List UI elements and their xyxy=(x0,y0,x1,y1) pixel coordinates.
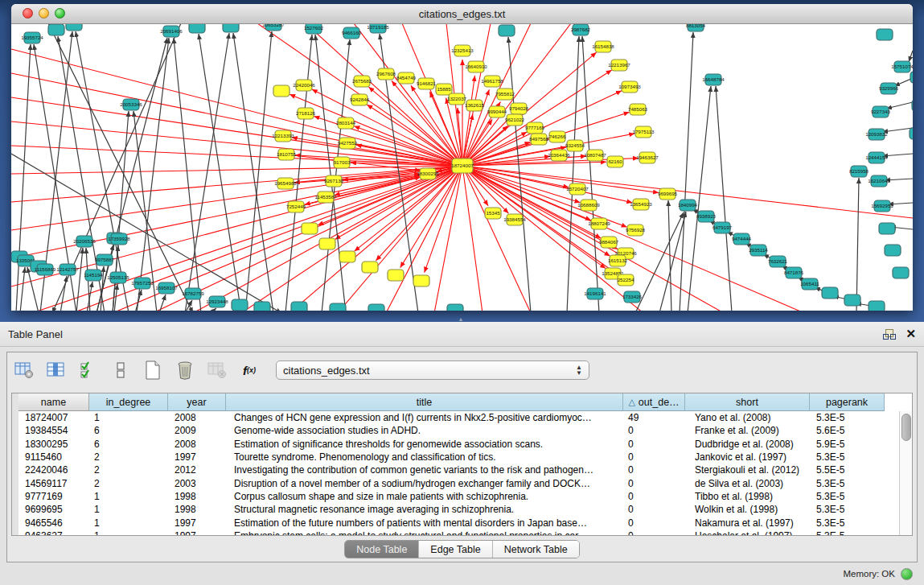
graph-node-label: 7252449 xyxy=(286,204,306,209)
table-row[interactable]: 1830029562008Estimation of significance … xyxy=(18,438,912,451)
table-panel-titlebar: Table Panel ✕ xyxy=(0,322,924,347)
new-table-icon[interactable] xyxy=(142,360,163,381)
graph-node-label: 1615132 xyxy=(608,257,628,263)
window-titlebar[interactable]: citations_edges.txt xyxy=(11,4,913,24)
close-button[interactable] xyxy=(23,8,33,19)
table-row[interactable]: 946554611997Estimation of the future num… xyxy=(18,516,912,529)
select-columns-icon[interactable] xyxy=(78,360,99,381)
graph-node[interactable] xyxy=(330,303,346,311)
graph-node[interactable] xyxy=(844,295,860,306)
graph-node-label: 8497568 xyxy=(529,136,549,142)
graph-node-label: 9267130 xyxy=(324,178,344,183)
graph-node[interactable] xyxy=(893,267,909,278)
graph-node[interactable] xyxy=(885,245,901,256)
tab-node-table[interactable]: Node Table xyxy=(345,541,419,558)
function-builder-icon[interactable]: f(x) xyxy=(239,360,260,381)
graph-node-label: 1145194 xyxy=(84,272,103,278)
graph-node-label: 10807487 xyxy=(584,152,606,158)
graph-node[interactable] xyxy=(362,262,378,273)
table-row[interactable]: 911546021997Tourette syndrome. Phenomeno… xyxy=(18,451,912,463)
graph-node-label: 14961758 xyxy=(481,78,503,84)
tab-network-table[interactable]: Network Table xyxy=(493,541,579,558)
graph-node-label: 20691406 xyxy=(160,28,183,34)
zoom-button[interactable] xyxy=(55,8,65,19)
graph-node[interactable] xyxy=(48,24,64,35)
table-row[interactable]: 1456911722003Disruption of a novel membe… xyxy=(18,476,912,489)
column-header-pagerank[interactable]: pagerank xyxy=(810,393,885,411)
sort-ascending-icon: △ xyxy=(628,397,634,407)
delete-table-icon[interactable] xyxy=(175,360,195,381)
vertical-scrollbar[interactable] xyxy=(899,411,912,535)
graph-node[interactable] xyxy=(291,302,307,311)
table-row[interactable]: 1938455462009Genome-wide association stu… xyxy=(18,424,912,437)
column-header-title[interactable]: title xyxy=(226,393,623,411)
graph-node[interactable] xyxy=(223,24,239,32)
graph-node[interactable] xyxy=(912,100,913,111)
cell-in_degree: 2 xyxy=(89,478,168,489)
graph-node[interactable] xyxy=(910,72,913,83)
table-tabs-bar: Node TableEdge TableNetwork Table xyxy=(7,540,917,558)
memory-status-label: Memory: OK xyxy=(843,569,895,579)
graph-node[interactable] xyxy=(910,128,913,139)
graph-node[interactable] xyxy=(877,29,893,40)
graph-node[interactable] xyxy=(66,24,82,31)
cell-short: Franke et al. (2009) xyxy=(685,425,810,436)
column-header-name[interactable]: name xyxy=(18,393,89,411)
graph-node-label: 9227343 xyxy=(871,109,891,114)
merge-rows-icon[interactable] xyxy=(110,360,131,381)
cell-name: 18300295 xyxy=(18,439,89,450)
table-row[interactable]: 2242004622012Investigating the contribut… xyxy=(18,463,912,476)
graph-node[interactable] xyxy=(499,25,515,36)
close-panel-icon[interactable]: ✕ xyxy=(906,328,916,340)
graph-node[interactable] xyxy=(447,304,463,311)
column-header-in_degree[interactable]: in_degree xyxy=(89,393,168,411)
graph-node[interactable] xyxy=(388,270,404,281)
graph-node-label: 20053346 xyxy=(120,101,142,107)
cell-pagerank: 5.3E-5 xyxy=(810,504,885,515)
cell-in_degree: 1 xyxy=(89,491,168,502)
graph-node-label: 9975887 xyxy=(95,257,115,262)
cell-year: 1997 xyxy=(168,530,226,536)
cell-out_de: 0 xyxy=(623,439,685,450)
graph-node[interactable] xyxy=(368,304,384,311)
graph-node-label: 1733426 xyxy=(622,294,643,299)
table-settings-icon[interactable] xyxy=(14,360,35,381)
graph-node[interactable] xyxy=(189,24,205,33)
graph-node[interactable] xyxy=(319,238,335,249)
table-row[interactable]: 1872400712008Changes of HCN gene express… xyxy=(18,411,912,424)
scrollbar-thumb[interactable] xyxy=(901,414,911,441)
table-toolbar: f(x) citations_edges.txt ▲▼ xyxy=(7,352,917,388)
graph-node[interactable] xyxy=(339,251,355,262)
cell-short: de Silva et al. (2003) xyxy=(685,478,810,489)
graph-node-label: 12325413 xyxy=(451,47,474,53)
graph-node[interactable] xyxy=(822,287,838,299)
graph-node-label: 1322037 xyxy=(447,96,467,101)
column-edit-icon[interactable] xyxy=(46,360,67,381)
graph-node[interactable] xyxy=(273,85,290,97)
graph-node[interactable] xyxy=(232,299,248,311)
table-panel-body: f(x) citations_edges.txt ▲▼ namein_degre… xyxy=(6,352,918,562)
table-source-select[interactable]: citations_edges.txt ▲▼ xyxy=(276,360,589,380)
graph-node[interactable] xyxy=(413,275,429,286)
float-panel-icon[interactable] xyxy=(883,329,894,340)
network-canvas[interactable]: 1935572420691406106532871527602946616010… xyxy=(11,24,913,311)
table-row[interactable]: 946362711997Embryonic stem cells: a mode… xyxy=(18,529,912,536)
memory-ok-led-icon xyxy=(901,568,913,580)
column-header-year[interactable]: year xyxy=(168,393,226,411)
network-graph[interactable]: 1935572420691406106532871527602946616010… xyxy=(11,24,913,311)
graph-node-label: 19463627 xyxy=(636,154,659,160)
graph-node-label: 8215958 xyxy=(849,168,869,174)
graph-node[interactable] xyxy=(869,301,885,311)
cell-out_de: 0 xyxy=(623,451,685,463)
column-header-short[interactable]: short xyxy=(685,393,810,411)
graph-node[interactable] xyxy=(302,223,318,234)
graph-node-label: 12213967 xyxy=(608,62,630,68)
column-header-out_de[interactable]: △out_de… xyxy=(623,393,685,411)
table-row[interactable]: 969969511998Structural magnetic resonanc… xyxy=(18,503,912,516)
minimize-button[interactable] xyxy=(39,8,49,19)
cell-in_degree: 6 xyxy=(89,439,168,450)
tab-edge-table[interactable]: Edge Table xyxy=(419,541,492,558)
graph-node[interactable] xyxy=(254,302,270,311)
graph-node[interactable] xyxy=(879,223,895,234)
table-row[interactable]: 977716911998Corpus callosum shape and si… xyxy=(18,490,912,503)
